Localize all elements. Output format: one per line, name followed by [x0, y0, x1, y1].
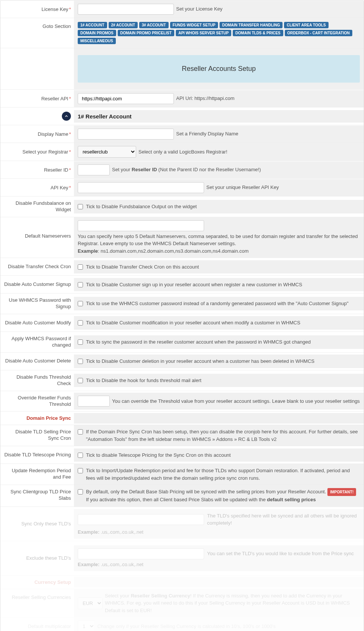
domain-price-sync-heading: Domain Price Sync [26, 415, 71, 421]
reseller-accounts-banner: Reseller Accounts Setup [78, 55, 360, 83]
row-reseller-id: Reseller ID* Set your Reseller ID (Not t… [0, 161, 364, 179]
goto-badge-5[interactable]: CLIENT AREA TOOLS [284, 22, 329, 28]
goto-badge-8[interactable]: API WHOIS SERVER SETUP [176, 30, 231, 36]
row-exclude: Exclude these TLD's You can set the TLD'… [0, 541, 364, 576]
important-badge: IMPORTANT! [327, 488, 356, 496]
row-whmcs-pw-signup: Use WHMCS Password with Signup Tick to u… [0, 293, 364, 314]
sync-only-input[interactable] [78, 514, 204, 525]
row-disable-threshold: Disable Funds Threshold Check Tick to Di… [0, 370, 364, 391]
disable-funds-checkbox[interactable] [78, 204, 83, 209]
row-goto-section: Goto Section 1# ACCOUNT2# ACCOUNT3# ACCO… [0, 18, 364, 48]
row-disable-transfer: Disable Transfer Check Cron Tick to Disa… [0, 258, 364, 276]
redemption-checkbox[interactable] [78, 468, 83, 473]
row-disable-modify: Disable Auto Customer Modify Tick to Dis… [0, 314, 364, 332]
goto-badge-9[interactable]: DOMAIN TLDS & PRICES [233, 30, 283, 36]
disable-telescope-checkbox[interactable] [78, 453, 83, 458]
row-disable-tld-sync: Disable TLD Selling Price Sync Cron If t… [0, 425, 364, 446]
reseller-currency-select[interactable]: EUR [78, 597, 103, 609]
reseller-api-hint: API Url: https://httpapi.com [176, 95, 235, 102]
disable-transfer-checkbox[interactable] [78, 264, 83, 270]
row-disable-delete: Disable Auto Customer Delete Tick to Dis… [0, 353, 364, 370]
row-section-header: 1# Reseller Account [0, 107, 364, 125]
label-goto-section: Goto Section [0, 18, 74, 35]
goto-badge-7[interactable]: DOMAIN PROMO PRICELIST [118, 30, 174, 36]
whmcs-pw-signup-checkbox[interactable] [78, 301, 83, 306]
disable-tld-sync-checkbox[interactable] [78, 429, 83, 434]
goto-badge-1[interactable]: 2# ACCOUNT [109, 22, 138, 28]
row-disable-telescope: Disable TLD Telescope Pricing Tick to di… [0, 446, 364, 464]
reseller-id-input[interactable] [78, 164, 110, 175]
row-reseller-currency: Reseller Selling Currencies EUR Select y… [0, 589, 364, 618]
registrar-select[interactable]: resellerclub [78, 146, 136, 158]
row-disable-signup: Disable Auto Customer Signup Tick to Dis… [0, 276, 364, 293]
row-disable-funds: Disable Fundsbalance on Widget Tick to D… [0, 197, 364, 217]
exclude-input[interactable] [78, 548, 204, 559]
settings-form: License Key* Set your License Key Goto S… [0, 0, 364, 631]
license-key-hint: Set your License Key [176, 5, 223, 13]
row-api-key: API Key* Set your unique Reseller API Ke… [0, 179, 364, 197]
label-license-key: License Key* [0, 0, 74, 18]
goto-section-badges: 1# ACCOUNT2# ACCOUNT3# ACCOUNTFUNDS WIDG… [74, 18, 364, 48]
row-currency-setup-header: Currency Setup [0, 576, 364, 589]
goto-badge-10[interactable]: ORDERBOX - CART INTEGRATION [285, 30, 352, 36]
disable-modify-checkbox[interactable] [78, 320, 83, 325]
goto-badge-4[interactable]: DOMAIN TRANSFER HANDLING [220, 22, 283, 28]
row-override-threshold: Override Reseller Funds Threshold You ca… [0, 391, 364, 412]
license-key-input[interactable] [78, 4, 174, 15]
section-header-title: 1# Reseller Account [74, 110, 364, 123]
goto-badge-0[interactable]: 1# ACCOUNT [78, 22, 107, 28]
goto-badge-6[interactable]: DOMAIN PROMOS [78, 30, 116, 36]
row-apply-pw: Apply WHMCS Password if changed Tick to … [0, 332, 364, 353]
row-license-key: License Key* Set your License Key [0, 0, 364, 18]
default-ns-input[interactable] [78, 220, 204, 231]
row-default-ns: Default Nameservers You can specify here… [0, 217, 364, 258]
goto-badge-3[interactable]: FUNDS WIDGET SETUP [170, 22, 218, 28]
slabs-checkbox[interactable] [78, 489, 83, 494]
row-slabs: Sync Clientgroup TLD Price Slabs By defa… [0, 485, 364, 507]
row-redemption: Update Redemption Period and Fee Tick to… [0, 464, 364, 485]
row-display-name: Display Name* Set a Friendly Display Nam… [0, 125, 364, 143]
disable-signup-checkbox[interactable] [78, 282, 83, 287]
goto-badge-11[interactable]: MISCELLANEOUS [78, 38, 116, 44]
reseller-api-input[interactable] [78, 93, 174, 104]
row-banner: Reseller Accounts Setup [0, 48, 364, 90]
disable-threshold-checkbox[interactable] [78, 378, 83, 383]
multiplicator-select[interactable]: 1 [78, 620, 95, 631]
disable-delete-checkbox[interactable] [78, 359, 83, 364]
label-reseller-api: Reseller API* [0, 90, 74, 107]
currency-setup-heading: Currency Setup [34, 579, 71, 585]
apply-pw-checkbox[interactable] [78, 339, 83, 345]
row-reseller-api: Reseller API* API Url: https://httpapi.c… [0, 90, 364, 107]
row-sync-only: Sync Only these TLD's The TLD's specifie… [0, 507, 364, 541]
chevron-up-icon[interactable] [62, 112, 71, 121]
goto-badge-2[interactable]: 3# ACCOUNT [139, 22, 169, 28]
row-multiplicator: Default multiplicator 1 Change only if y… [0, 617, 364, 631]
display-name-input[interactable] [78, 129, 174, 140]
override-threshold-input[interactable] [78, 396, 110, 407]
row-domain-price-sync-header: Domain Price Sync [0, 411, 364, 425]
api-key-input[interactable] [78, 182, 204, 193]
row-registrar: Select your Registrar* resellerclub Sele… [0, 143, 364, 161]
